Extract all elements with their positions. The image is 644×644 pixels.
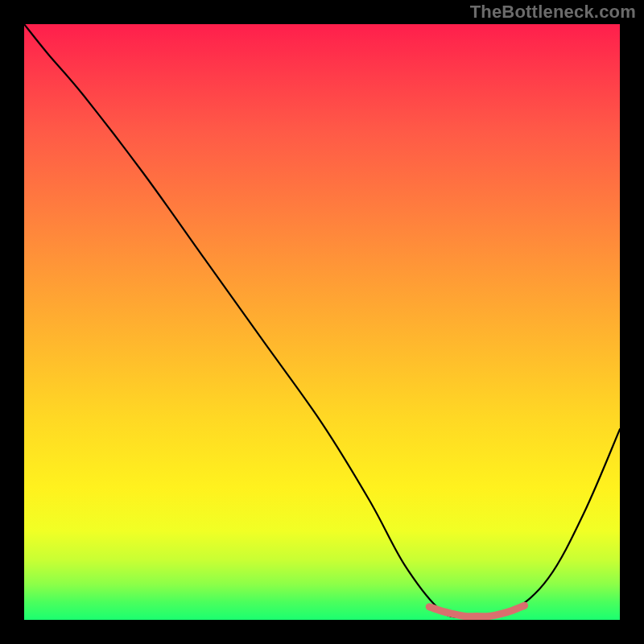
minimum-plateau-path xyxy=(429,605,524,617)
curve-svg xyxy=(24,24,620,620)
watermark-text: TheBottleneck.com xyxy=(470,2,636,23)
chart-stage: TheBottleneck.com xyxy=(0,0,644,644)
bottleneck-curve-path xyxy=(24,24,620,617)
